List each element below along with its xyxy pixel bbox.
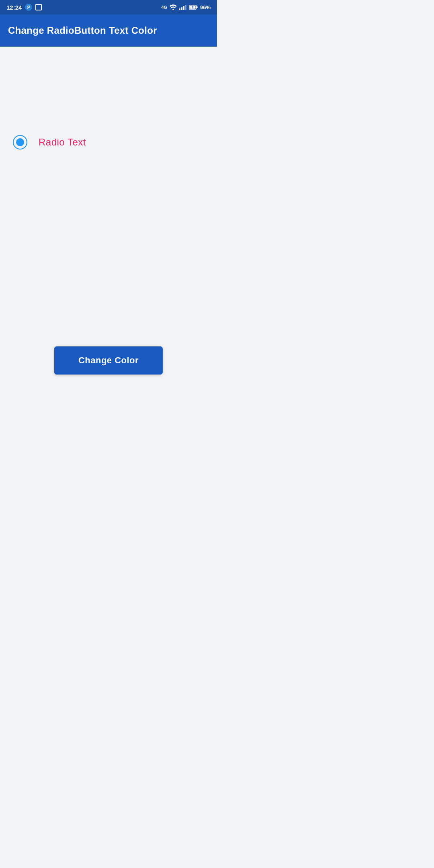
battery-icon	[189, 4, 198, 10]
main-content: Radio Text Change Color	[0, 47, 217, 434]
svg-point-0	[172, 9, 174, 10]
square-icon	[35, 4, 42, 10]
status-right: 4G 96%	[161, 4, 211, 10]
status-bar: 12:24 P 4G 96%	[0, 0, 217, 14]
radio-button-container[interactable]: Radio Text	[13, 135, 86, 149]
status-time: 12:24	[6, 4, 22, 11]
4g-label: 4G	[161, 5, 167, 10]
battery-percent: 96%	[200, 4, 211, 10]
radio-inner-dot	[16, 138, 24, 146]
change-color-button[interactable]: Change Color	[54, 346, 163, 375]
app-bar-title: Change RadioButton Text Color	[8, 25, 157, 36]
svg-rect-3	[197, 6, 198, 8]
parking-icon: P	[25, 4, 32, 11]
status-left: 12:24 P	[6, 4, 42, 11]
app-bar: Change RadioButton Text Color	[0, 14, 217, 47]
radio-button[interactable]	[13, 135, 27, 149]
signal-icon	[179, 4, 186, 10]
wifi-icon	[170, 4, 177, 10]
radio-label: Radio Text	[39, 137, 86, 148]
